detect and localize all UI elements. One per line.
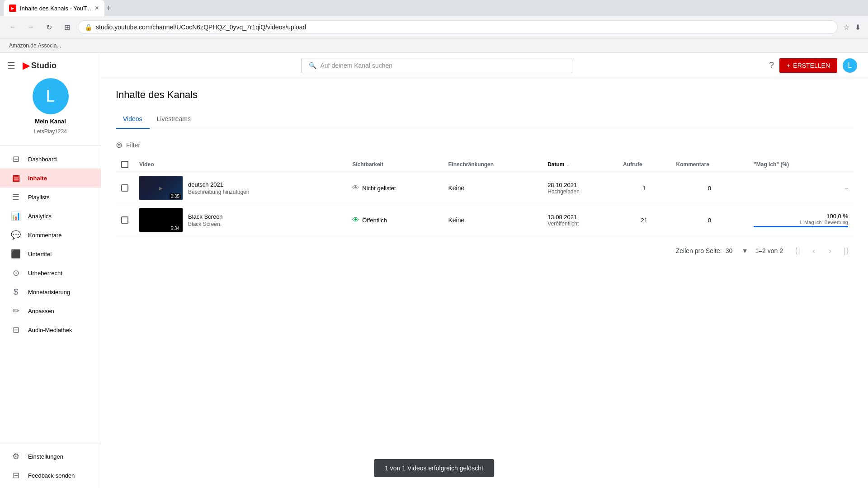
page-nav: ⟨| ‹ › |⟩ [790,244,854,258]
row1-views: 1 [642,185,646,192]
sidebar-item-analytics[interactable]: 📊 Analytics [0,206,101,225]
row2-video-info: 6:34 Black Screen Black Screen. [139,208,341,232]
row2-thumbnail[interactable]: 6:34 [139,208,183,232]
row2-date: 13.08.2021 [547,214,612,221]
refresh-button[interactable]: ↻ [42,20,56,34]
rows-per-page-select[interactable]: 30 50 100 [726,247,744,254]
main-content: Inhalte des Kanals Videos Livestreams ⊜ … [101,78,868,488]
sidebar-item-monetarisierung[interactable]: $ Monetarisierung [0,282,101,301]
table-row: 6:34 Black Screen Black Screen. 👁 [116,204,854,236]
rows-per-page-label: Zeilen pro Seite: [676,247,722,254]
browser-chrome: Inhalte des Kanals - YouT... × + ← → ↻ ⊞… [0,0,868,53]
bookmark-amazon[interactable]: Amazon.de Associa... [5,41,65,51]
untertitel-icon: ⬛ [11,249,21,259]
row1-visibility-cell: 👁 Nicht gelistet [347,172,443,204]
sidebar-label-audio: Audio-Mediathek [28,327,72,333]
urheberrecht-icon: ⊙ [11,268,21,278]
row2-title[interactable]: Black Screen [188,213,223,220]
row2-checkbox[interactable] [121,216,128,224]
row1-checkbox[interactable] [121,184,128,192]
einstellungen-icon: ⚙ [11,451,21,461]
first-page-button[interactable]: ⟨| [790,244,805,258]
sidebar-label-playlists: Playlists [28,194,50,201]
sidebar-item-feedback[interactable]: ⊟ Feedback senden [0,466,101,485]
dashboard-icon: ⊟ [11,154,21,164]
row2-duration: 6:34 [170,225,181,231]
search-bar[interactable]: 🔍 [301,58,572,73]
row1-date-cell: 28.10.2021 Hochgeladen [542,172,618,204]
channel-name: Mein Kanal [35,118,66,125]
prev-page-button[interactable]: ‹ [807,244,821,258]
row1-comments: 0 [708,185,711,192]
row1-title[interactable]: deutsch 2021 [188,181,249,188]
search-input[interactable] [320,62,565,69]
select-all-header [116,157,134,172]
channel-avatar[interactable]: L [33,78,69,114]
sidebar-item-dashboard[interactable]: ⊟ Dashboard [0,150,101,169]
sidebar: ☰ ▶ Studio L Mein Kanal LetsPlay1234 ⊟ D… [0,53,101,488]
sidebar-item-urheberrecht[interactable]: ⊙ Urheberrecht [0,263,101,282]
row1-comments-cell: 0 [671,172,749,204]
active-tab[interactable]: Inhalte des Kanals - YouT... × [4,0,104,16]
row1-video-cell: ▶ 0:35 deutsch 2021 Beschreibung hinzufü… [134,172,347,204]
row2-restrictions-cell: Keine [443,204,542,236]
sidebar-item-anpassen[interactable]: ✏ Anpassen [0,301,101,320]
row1-date-status: Hochgeladen [547,188,612,195]
row1-description: Beschreibung hinzufügen [188,189,249,195]
filter-bar: ⊜ Filter [116,136,854,154]
tab-videos[interactable]: Videos [116,110,150,129]
row2-restrictions: Keine [448,216,464,224]
create-button[interactable]: + ERSTELLEN [779,58,837,73]
sidebar-label-analytics: Analytics [28,213,52,220]
row2-likes-bar [754,226,848,227]
yt-logo: ▶ Studio [23,60,57,71]
row1-likes-cell: – [748,172,854,204]
sort-arrow-icon: ↓ [567,162,569,167]
sidebar-item-inhalte[interactable]: ▤ Inhalte [0,169,101,188]
row1-visibility-icon: 👁 [352,184,359,192]
help-button[interactable]: ? [769,60,774,70]
filter-label: Filter [126,141,140,149]
col-datum[interactable]: Datum ↓ [542,157,618,172]
sidebar-item-einstellungen[interactable]: ⚙ Einstellungen [0,447,101,466]
sidebar-label-urheberrecht: Urheberrecht [28,270,62,277]
user-avatar-button[interactable]: L [843,58,857,73]
sidebar-divider-bottom [0,443,101,443]
hamburger-icon[interactable]: ☰ [7,60,15,71]
last-page-button[interactable]: |⟩ [839,244,854,258]
download-btn[interactable]: ⬇ [853,21,863,33]
col-likes: "Mag ich" (%) [748,157,854,172]
row2-video-cell: 6:34 Black Screen Black Screen. [134,204,347,236]
new-tab-button[interactable]: + [104,2,113,15]
filter-icon: ⊜ [116,140,123,150]
extensions-button[interactable]: ⊞ [60,20,74,34]
sidebar-item-kommentare[interactable]: 💬 Kommentare [0,225,101,244]
tab-livestreams[interactable]: Livestreams [150,110,198,129]
sidebar-item-untertitel[interactable]: ⬛ Untertitel [0,244,101,263]
sidebar-divider [0,145,101,146]
col-video: Video [134,157,347,172]
address-text: studio.youtube.com/channel/UCocN6zQPHQZ_… [96,23,306,31]
address-bar[interactable]: 🔒 studio.youtube.com/channel/UCocN6zQPHQ… [78,20,838,34]
sidebar-item-playlists[interactable]: ☰ Playlists [0,188,101,206]
snackbar-message: 1 von 1 Videos erfolgreich gelöscht [385,465,483,472]
row1-restrictions-cell: Keine [443,172,542,204]
bookmark-btn[interactable]: ☆ [841,21,851,33]
header-left: 🔍 [112,58,762,73]
row2-likes-cell: 100,0 % 1 'Mag ich'-Bewertung [748,204,854,236]
row2-likes-pct: 100,0 % [754,213,848,220]
tab-close-btn[interactable]: × [95,4,99,12]
row2-visibility-icon: 👁 [352,216,359,224]
forward-button[interactable]: → [24,20,38,34]
create-label: ERSTELLEN [793,62,830,69]
row2-video-text: Black Screen Black Screen. [188,213,223,227]
youtube-icon: ▶ [23,60,29,71]
next-page-button[interactable]: › [823,244,837,258]
sidebar-item-audio[interactable]: ⊟ Audio-Mediathek [0,320,101,339]
channel-handle: LetsPlay1234 [34,128,67,135]
select-all-checkbox[interactable] [121,161,128,168]
back-button[interactable]: ← [5,20,20,34]
audio-icon: ⊟ [11,325,21,335]
row1-thumbnail[interactable]: ▶ 0:35 [139,176,183,200]
row2-views: 21 [641,217,647,224]
